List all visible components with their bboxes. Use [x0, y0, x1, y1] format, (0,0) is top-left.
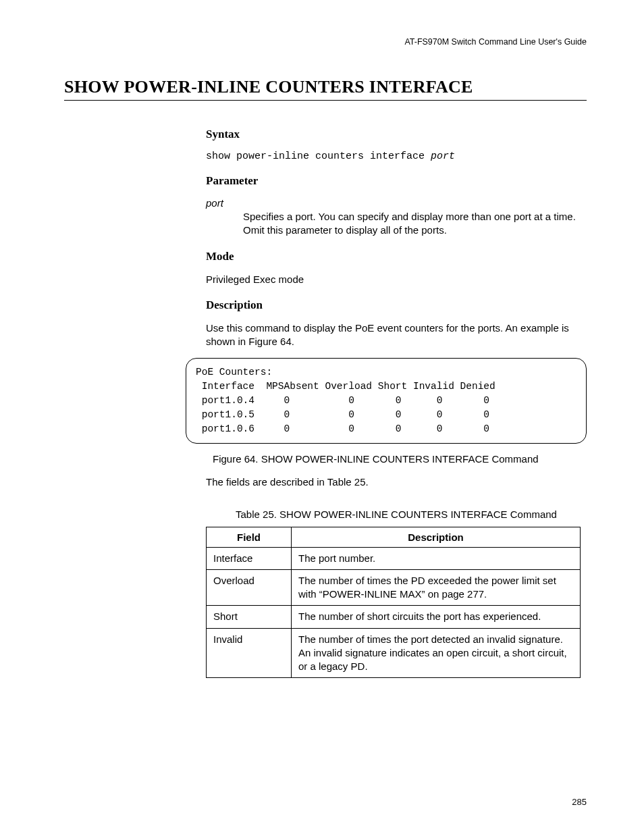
- mode-text: Privileged Exec mode: [206, 273, 587, 286]
- figure-box: PoE Counters: Interface MPSAbsent Overlo…: [186, 358, 587, 444]
- field-table: Field Description Interface The port num…: [206, 527, 581, 679]
- table-cell-desc: The number of times the PD exceeded the …: [292, 569, 581, 606]
- table-row: Invalid The number of times the port det…: [207, 628, 581, 678]
- table-row: Overload The number of times the PD exce…: [207, 569, 581, 606]
- description-text: Use this command to display the PoE even…: [206, 321, 587, 349]
- header-guide-title: AT-FS970M Switch Command Line User's Gui…: [64, 37, 587, 47]
- syntax-command: show power-inline counters interface por…: [206, 151, 587, 162]
- parameter-heading: Parameter: [206, 174, 587, 188]
- table-cell-field: Overload: [207, 569, 292, 606]
- table-head-field: Field: [207, 527, 292, 547]
- table-row: Short The number of short circuits the p…: [207, 606, 581, 628]
- table-row: Interface The port number.: [207, 547, 581, 569]
- table-cell-field: Interface: [207, 547, 292, 569]
- syntax-heading: Syntax: [206, 128, 587, 141]
- figure-caption: Figure 64. SHOW POWER-INLINE COUNTERS IN…: [213, 453, 587, 465]
- parameter-desc: Specifies a port. You can specify and di…: [243, 210, 587, 238]
- page-title: SHOW POWER-INLINE COUNTERS INTERFACE: [64, 77, 587, 101]
- description-heading: Description: [206, 298, 587, 312]
- parameter-name: port: [206, 197, 587, 209]
- table-cell-field: Short: [207, 606, 292, 628]
- table-cell-desc: The port number.: [292, 547, 581, 569]
- table-cell-field: Invalid: [207, 628, 292, 678]
- figure-header-line: Interface MPSAbsent Overload Short Inval…: [196, 381, 495, 392]
- table-cell-desc: The number of times the port detected an…: [292, 628, 581, 678]
- figure-row: port1.0.4 0 0 0 0 0: [196, 395, 489, 406]
- mode-heading: Mode: [206, 250, 587, 263]
- figure-title-line: PoE Counters:: [196, 367, 272, 377]
- figure-row: port1.0.5 0 0 0 0 0: [196, 409, 489, 420]
- syntax-command-arg: port: [431, 151, 455, 162]
- table-caption: Table 25. SHOW POWER-INLINE COUNTERS INT…: [206, 509, 587, 520]
- syntax-command-text: show power-inline counters interface: [206, 151, 431, 162]
- page-number: 285: [572, 797, 587, 807]
- figure-row: port1.0.6 0 0 0 0 0: [196, 423, 489, 434]
- after-figure-text: The fields are described in Table 25.: [206, 475, 587, 489]
- table-head-desc: Description: [292, 527, 581, 547]
- table-cell-desc: The number of short circuits the port ha…: [292, 606, 581, 628]
